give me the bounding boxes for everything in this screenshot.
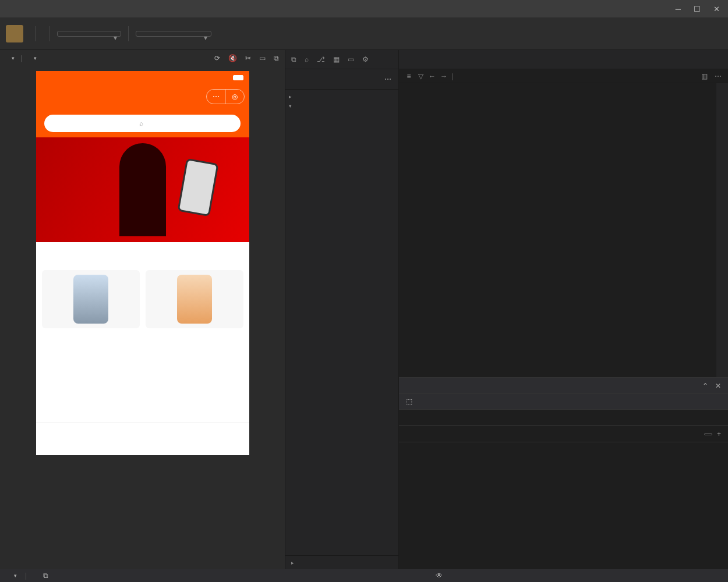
search-input[interactable]: ⌕	[44, 115, 241, 132]
target-icon[interactable]: ◎	[225, 90, 244, 104]
chevron-up-icon[interactable]: ⌃	[702, 382, 708, 390]
back-icon[interactable]: ←	[428, 72, 436, 80]
close-icon[interactable]: ✕	[715, 382, 721, 390]
devtools-top-tabs: ⌃✕	[399, 378, 728, 394]
branch-icon[interactable]: ⎇	[317, 55, 325, 63]
phone-status-bar	[36, 71, 249, 84]
eye-icon[interactable]: 👁	[436, 572, 443, 580]
minimap[interactable]	[716, 83, 728, 377]
compile-dropdown[interactable]	[136, 31, 211, 37]
code-editor[interactable]	[399, 83, 728, 377]
more-icon[interactable]: ⋯	[714, 72, 722, 80]
tab-bar	[36, 423, 249, 455]
capsule-buttons[interactable]: ⋯◎	[206, 89, 245, 104]
search-icon: ⌕	[139, 119, 143, 127]
copy-icon[interactable]: ⧉	[43, 572, 48, 580]
simulator-pane: ▾ | ▾ ⟳ 🔇 ✂ ▭ ⧉ ⋯◎	[0, 50, 285, 569]
explorer-header: ⋯	[285, 69, 398, 90]
explorer-icon-row: ⧉ ⌕ ⎇ ▦ ▭ ⚙	[285, 50, 398, 69]
devtools-subtabs	[399, 410, 728, 426]
mode-dropdown[interactable]	[57, 31, 121, 37]
project-root[interactable]: ▾	[285, 101, 398, 111]
category-grid-2	[36, 251, 249, 261]
devtools-tabs: ⬚	[399, 394, 728, 410]
phone-simulator[interactable]: ⋯◎ ⌕	[36, 71, 249, 455]
explorer-panel: ⧉ ⌕ ⎇ ▦ ▭ ⚙ ⋯ ▸ ▾ ▸	[285, 50, 399, 569]
refresh-icon[interactable]: ⟳	[214, 54, 220, 62]
more-icon[interactable]: ⋯	[384, 75, 393, 83]
editor-tabs	[399, 50, 728, 69]
file-tree: ▸ ▾	[285, 90, 398, 555]
product-card[interactable]	[42, 270, 140, 328]
status-bar: ▾| ⧉ 👁	[0, 569, 728, 582]
cut-icon[interactable]: ✂	[245, 54, 251, 62]
bookmark-icon[interactable]: ▽	[416, 72, 425, 80]
cls-toggle[interactable]	[704, 433, 712, 435]
forward-icon[interactable]: →	[440, 72, 448, 80]
devtools-panel: ⌃✕ ⬚ +	[399, 377, 728, 569]
category-grid-1	[36, 242, 249, 251]
list-icon[interactable]: ≡	[405, 72, 413, 80]
search-icon[interactable]: ⌕	[305, 55, 309, 63]
device-icon[interactable]: ▭	[259, 54, 266, 62]
product-card[interactable]	[146, 270, 243, 328]
popout-icon[interactable]: ⧉	[274, 54, 279, 62]
close-icon[interactable]: ✕	[713, 5, 720, 13]
simulator-toolbar: ▾ | ▾ ⟳ 🔇 ✂ ▭ ⧉	[0, 50, 285, 66]
outline-section[interactable]: ▸	[285, 555, 398, 569]
toolbar	[0, 17, 728, 50]
inspect-icon[interactable]: ⬚	[406, 398, 412, 406]
titlebar: ─ ☐ ✕	[0, 0, 728, 17]
avatar[interactable]	[6, 25, 23, 42]
ext-icon[interactable]: ▦	[333, 55, 340, 63]
filter-input[interactable]	[406, 430, 699, 438]
plug-icon[interactable]: ⚙	[362, 55, 369, 63]
editor-area: ≡ ▽ ← → | ▥ ⋯ ⌃✕ ⬚	[399, 50, 728, 569]
devtools-filter: +	[399, 426, 728, 442]
add-icon[interactable]: +	[717, 430, 721, 438]
minimize-icon[interactable]: ─	[676, 5, 681, 13]
section-title	[36, 261, 249, 270]
open-editors-section[interactable]: ▸	[285, 92, 398, 101]
battery-icon	[233, 75, 243, 80]
box-icon[interactable]: ▭	[348, 55, 354, 63]
maximize-icon[interactable]: ☐	[694, 5, 701, 13]
more-icon[interactable]: ⋯	[207, 90, 225, 104]
mute-icon[interactable]: 🔇	[228, 54, 237, 62]
phone-header: ⋯◎	[36, 84, 249, 109]
banner[interactable]	[36, 137, 249, 242]
breadcrumb: ≡ ▽ ← → | ▥ ⋯	[399, 69, 728, 83]
search-area: ⌕	[36, 109, 249, 137]
files-icon[interactable]: ⧉	[291, 55, 296, 63]
product-row	[36, 270, 249, 328]
window-controls: ─ ☐ ✕	[676, 5, 725, 13]
split-icon[interactable]: ▥	[700, 72, 708, 80]
